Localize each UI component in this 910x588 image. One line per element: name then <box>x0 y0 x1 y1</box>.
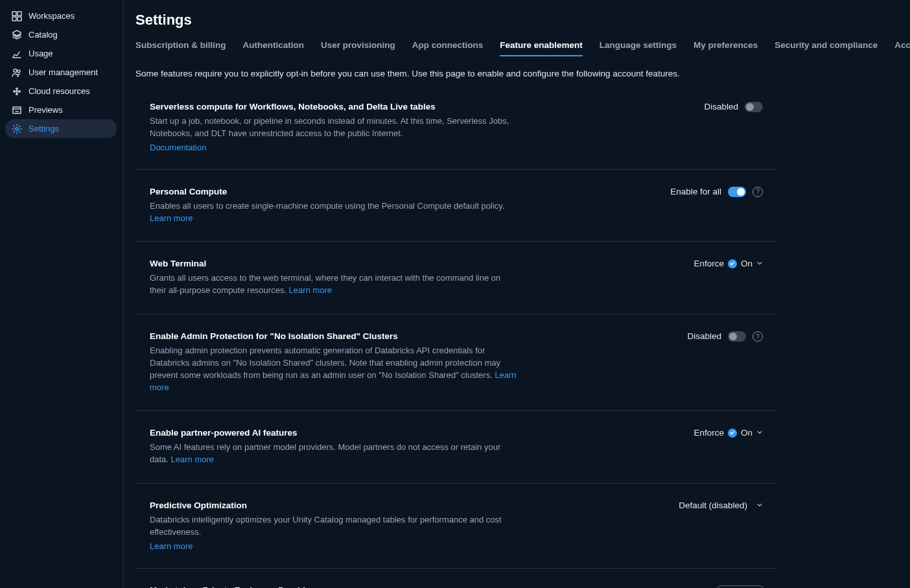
setting-control: Enable <box>718 585 763 588</box>
svg-point-11 <box>16 128 18 130</box>
settings-icon <box>12 124 22 134</box>
tabs: Subscription & billingAuthenticationUser… <box>135 38 904 57</box>
setting-title: Marketplace Private Exchange Provider <box>150 585 519 588</box>
enforce-dropdown[interactable]: EnforceOn <box>694 428 763 438</box>
setting-left: Predictive OptimizationDatabricks intell… <box>150 500 519 551</box>
link-row: Documentation <box>150 143 519 152</box>
chevron-down-icon <box>756 500 763 510</box>
tab-authentication[interactable]: Authentication <box>243 38 305 56</box>
toggle-label: Enable for all <box>670 187 721 196</box>
setting-control: Disabled <box>704 102 763 152</box>
sidebar-item-cloud-resources[interactable]: Cloud resources <box>0 82 123 100</box>
setting-row: Enable Admin Protection for "No Isolatio… <box>135 314 777 411</box>
setting-row: Enable partner-powered AI featuresSome A… <box>135 411 777 484</box>
setting-desc: Databricks intelligently optimizes your … <box>150 514 519 539</box>
setting-row: Marketplace Private Exchange ProviderEna… <box>135 569 777 588</box>
toggle-switch[interactable] <box>745 102 763 112</box>
setting-desc: Grants all users access to the web termi… <box>150 272 519 297</box>
svg-rect-1 <box>18 12 21 16</box>
tab-security-and-compliance[interactable]: Security and compliance <box>775 38 878 56</box>
setting-row: Serverless compute for Workflows, Notebo… <box>135 82 777 170</box>
setting-left: Enable partner-powered AI featuresSome A… <box>150 428 519 466</box>
tab-subscription-billing[interactable]: Subscription & billing <box>135 38 226 56</box>
setting-desc: Enables all users to create single-machi… <box>150 200 519 225</box>
svg-rect-2 <box>12 17 16 21</box>
setting-desc: Some AI features rely on partner model p… <box>150 441 519 466</box>
cloud-icon <box>12 86 22 97</box>
svg-rect-10 <box>13 107 21 113</box>
setting-control: Enable for all? <box>670 187 763 225</box>
workspaces-icon <box>12 11 22 21</box>
sidebar-item-label: Usage <box>29 49 53 58</box>
toggle-switch[interactable] <box>728 187 746 197</box>
setting-title: Enable partner-powered AI features <box>150 428 519 438</box>
enforce-value: On <box>741 428 752 438</box>
setting-title: Personal Compute <box>150 187 519 196</box>
setting-row: Predictive OptimizationDatabricks intell… <box>135 484 777 569</box>
sidebar-item-label: Previews <box>29 105 63 115</box>
setting-row: Personal ComputeEnables all users to cre… <box>135 170 777 242</box>
sidebar-item-label: Cloud resources <box>29 86 90 96</box>
sidebar-item-usage[interactable]: Usage <box>0 44 123 63</box>
sidebar-item-previews[interactable]: Previews <box>0 100 123 119</box>
dropdown-value: Default (disabled) <box>679 500 747 510</box>
tab-app-connections[interactable]: App connections <box>412 38 484 56</box>
sidebar-item-settings[interactable]: Settings <box>5 119 117 138</box>
doc-link[interactable]: Documentation <box>150 143 206 152</box>
tab-account-settings[interactable]: Account settings <box>894 38 910 56</box>
setting-row: Web TerminalGrants all users access to t… <box>135 242 777 314</box>
enforce-dropdown[interactable]: EnforceOn <box>694 259 763 268</box>
sidebar-item-label: Catalog <box>29 30 58 40</box>
setting-control: EnforceOn <box>694 259 763 297</box>
usage-icon <box>12 49 22 59</box>
help-icon[interactable]: ? <box>752 331 763 342</box>
svg-point-4 <box>14 69 17 72</box>
users-icon <box>12 67 22 78</box>
page-title: Settings <box>135 12 904 38</box>
enforce-label: Enforce <box>694 428 724 438</box>
check-icon <box>728 429 737 438</box>
toggle-label: Disabled <box>687 331 721 341</box>
toggle-label: Disabled <box>704 102 738 112</box>
enable-button[interactable]: Enable <box>718 585 763 588</box>
setting-control: Default (disabled) <box>679 500 763 551</box>
enforce-label: Enforce <box>694 259 724 268</box>
main-content: Settings Subscription & billingAuthentic… <box>123 0 910 588</box>
learn-more-link[interactable]: Learn more <box>171 454 214 464</box>
setting-title: Serverless compute for Workflows, Notebo… <box>150 102 519 112</box>
intro-text: Some features require you to explicitly … <box>135 69 904 78</box>
learn-more-link[interactable]: Learn more <box>150 541 192 551</box>
check-icon <box>728 259 737 268</box>
setting-left: Web TerminalGrants all users access to t… <box>150 259 519 297</box>
svg-rect-0 <box>12 12 16 16</box>
setting-left: Marketplace Private Exchange ProviderEna… <box>150 585 519 588</box>
sidebar-item-label: Workspaces <box>29 11 75 21</box>
sidebar-item-workspaces[interactable]: Workspaces <box>0 6 123 25</box>
setting-control: Disabled? <box>687 331 763 394</box>
enforce-value: On <box>741 259 752 268</box>
svg-point-5 <box>18 70 20 73</box>
tab-feature-enablement[interactable]: Feature enablement <box>500 38 583 56</box>
tab-my-preferences[interactable]: My preferences <box>694 38 758 56</box>
chevron-down-icon <box>756 429 763 437</box>
learn-more-link[interactable]: Learn more <box>150 370 517 392</box>
learn-more-link[interactable]: Learn more <box>289 285 332 295</box>
sidebar-item-catalog[interactable]: Catalog <box>0 25 123 44</box>
svg-rect-3 <box>18 17 21 21</box>
chevron-down-icon <box>756 260 763 268</box>
sidebar-item-user-management[interactable]: User management <box>0 63 123 82</box>
setting-title: Predictive Optimization <box>150 500 519 510</box>
toggle-switch[interactable] <box>728 331 746 342</box>
dropdown[interactable]: Default (disabled) <box>679 500 763 510</box>
sidebar-item-label: User management <box>29 67 98 77</box>
help-icon[interactable]: ? <box>752 187 763 197</box>
setting-title: Enable Admin Protection for "No Isolatio… <box>150 331 519 341</box>
learn-more-link[interactable]: Learn more <box>150 213 192 223</box>
tab-user-provisioning[interactable]: User provisioning <box>321 38 395 56</box>
setting-control: EnforceOn <box>694 428 763 466</box>
catalog-icon <box>12 30 22 40</box>
setting-title: Web Terminal <box>150 259 519 268</box>
setting-left: Enable Admin Protection for "No Isolatio… <box>150 331 519 394</box>
setting-left: Serverless compute for Workflows, Notebo… <box>150 102 519 152</box>
tab-language-settings[interactable]: Language settings <box>600 38 677 56</box>
